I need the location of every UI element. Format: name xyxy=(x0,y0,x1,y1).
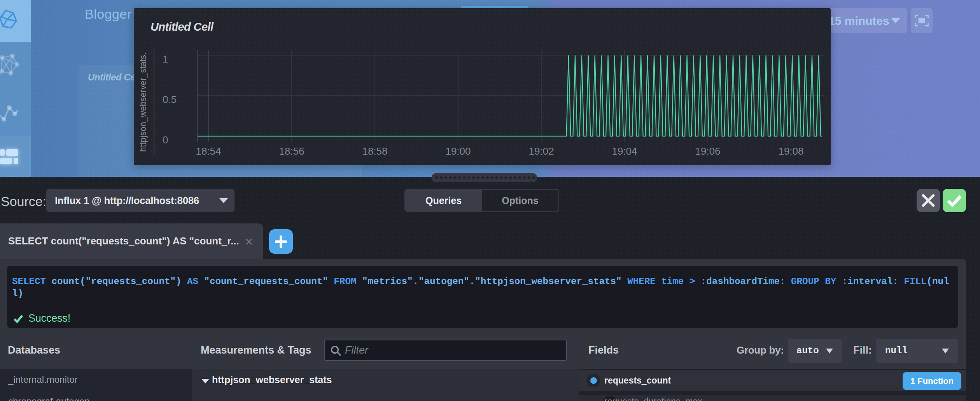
svg-text:18:58: 18:58 xyxy=(362,145,387,157)
svg-text:18:54: 18:54 xyxy=(196,145,221,157)
svg-text:19:00: 19:00 xyxy=(445,145,471,157)
svg-text:1: 1 xyxy=(163,53,168,65)
svg-text:0: 0 xyxy=(163,134,168,146)
svg-text:19:04: 19:04 xyxy=(612,145,637,157)
svg-text:httpjson_webserver_stats.: httpjson_webserver_stats. xyxy=(138,52,148,152)
svg-text:0.5: 0.5 xyxy=(163,94,177,105)
svg-text:19:06: 19:06 xyxy=(695,145,720,157)
svg-text:18:56: 18:56 xyxy=(279,145,304,157)
svg-text:19:08: 19:08 xyxy=(778,145,803,157)
svg-text:19:02: 19:02 xyxy=(528,145,554,157)
